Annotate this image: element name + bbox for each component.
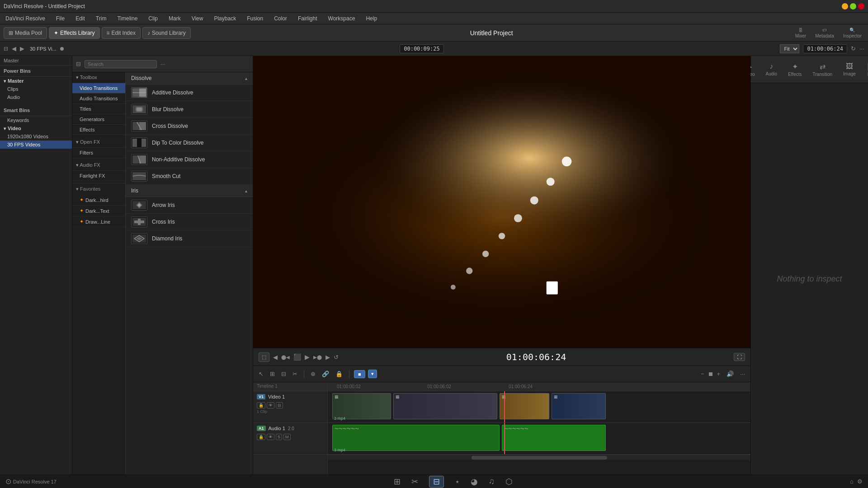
edit-btn[interactable]: ⊟ [429,476,444,488]
play-button[interactable]: ▶ [305,353,310,361]
zoom-out-button[interactable]: − [699,370,706,378]
color-track-button[interactable]: ■ [354,370,365,378]
menu-edit[interactable]: Edit [74,14,87,23]
window-controls[interactable] [842,3,864,9]
effect-cross-dissolve[interactable]: Cross Dissolve [126,118,253,135]
effects-more-button[interactable]: ··· [160,61,165,67]
media-btn[interactable]: ⊞ [394,476,401,488]
edit-index-button[interactable]: ≡ Edit Index [102,27,141,39]
audio-clip-1[interactable]: 〜〜〜〜〜〜 [332,425,500,451]
inspector-tab-inspector[interactable]: 🔍 Inspector [840,27,864,39]
color-btn[interactable]: ◕ [471,476,478,488]
more-button[interactable]: ··· [859,45,864,52]
toolbox-titles[interactable]: Titles [72,104,125,114]
fullscreen-button[interactable]: ⛶ [734,353,745,361]
effect-additive-dissolve[interactable]: Additive Dissolve [126,84,253,101]
track-collapse-v1[interactable]: ⊟ [276,402,283,408]
media-pool-button[interactable]: ⊞ Media Pool [4,27,47,39]
settings-status-btn[interactable]: ⚙ [857,478,863,485]
fav-item-1[interactable]: ✦ Dark...hird [72,195,125,206]
track-s-button[interactable]: S [276,434,282,440]
timeline-scroll-thumb[interactable] [472,456,607,460]
fit-select[interactable]: Fit [780,44,799,53]
audio-clip-2[interactable]: 〜〜〜〜〜〜 [502,425,606,451]
timeline-scrollbar[interactable] [328,455,750,460]
fps-30-tree-item[interactable]: 30 FPS Videos [0,141,72,149]
inspector-tab-mixer[interactable]: 🎛 Mixer [793,27,809,39]
inspector-tab-audio[interactable]: ♪ Audio [763,61,780,77]
video-clip-3[interactable]: ▦ [500,393,549,419]
toolbox-generators[interactable]: Generators [72,114,125,125]
transport-left-button[interactable]: ⬤◀ [281,355,290,360]
track-eye-button-v1[interactable]: 👁 [267,402,274,408]
video-clip-2[interactable]: ▦ [393,393,497,419]
toolbox-effects[interactable]: Effects [72,125,125,135]
effects-library-button[interactable]: ✦ Effects Library [49,27,99,39]
track-lock-button-v1[interactable]: 🔒 [257,402,265,408]
next-button[interactable]: ▶ [20,45,24,52]
video-clip-1[interactable]: ▦ [332,393,391,419]
menu-fairlight[interactable]: Fairlight [296,14,319,23]
menu-file[interactable]: File [54,14,66,23]
audio-playhead[interactable] [504,423,505,454]
blade-tool-button[interactable]: ✂ [291,370,299,378]
deliver-btn[interactable]: ⬡ [505,476,513,488]
effect-blur-dissolve[interactable]: Blur Dissolve [126,101,253,118]
dynamic-trim-button[interactable]: ⊟ [279,370,288,378]
track-lock-button-a1[interactable]: 🔒 [257,434,265,440]
home-status-btn[interactable]: ⌂ [850,478,854,485]
effects-panel-toggle[interactable]: ⊟ [76,61,81,67]
panel-toggle-button[interactable]: ⊟ [4,46,8,52]
next-frame-button[interactable]: ▶ [326,354,330,361]
res-1920-tree-item[interactable]: 868x488 Videos [0,132,72,141]
inspector-tab-file[interactable]: 📄 File [864,61,868,78]
inspector-tab-image[interactable]: 🖼 Image [840,61,859,77]
fusion-btn[interactable]: ⋆ [455,476,460,488]
track-m-button[interactable]: M [283,434,291,440]
menu-workspace[interactable]: Workspace [326,14,357,23]
timeline-content[interactable]: 01:00:00:02 01:00:06:02 01:00:06:24 ▦ [328,382,750,474]
snap-button[interactable]: ⊕ [309,370,317,378]
effect-diamond-iris[interactable]: Diamond Iris [126,230,253,247]
fav-item-2[interactable]: ✦ Dark...Text [72,206,125,216]
menu-trim[interactable]: Trim [94,14,108,23]
lock-button[interactable]: 🔒 [334,370,344,378]
menu-color[interactable]: Color [272,14,289,23]
menu-playback[interactable]: Playback [212,14,238,23]
transport-right-button[interactable]: ▶⬤ [313,355,322,360]
select-tool-button[interactable]: ↖ [257,370,265,378]
menu-help[interactable]: Help [364,14,379,23]
prev-button[interactable]: ◀ [12,45,16,52]
toolbox-fairlight-fx[interactable]: Fairlight FX [72,171,125,181]
effect-cross-iris[interactable]: Cross Iris [126,214,253,230]
toolbox-filters[interactable]: Filters [72,148,125,158]
sound-library-button[interactable]: ♪ Sound Library [142,27,191,39]
audio-btn[interactable]: 🔊 [725,370,736,378]
video-tree-item[interactable]: ▾ Video [0,124,72,132]
keywords-tree-item[interactable]: Keywords [0,116,72,124]
inspector-tab-effects[interactable]: ✦ Effects [785,61,804,78]
menu-davinci-resolve[interactable]: DaVinci Resolve [4,14,47,23]
dissolve-section-header[interactable]: Dissolve ▴ [126,72,253,84]
effect-smooth-cut[interactable]: Smooth Cut [126,168,253,185]
clips-tree-item[interactable]: Clips [0,85,72,93]
effects-search-input[interactable] [85,60,157,68]
menu-mark[interactable]: Mark [167,14,183,23]
minimize-button[interactable] [842,3,848,9]
timeline-more-button[interactable]: ··· [738,370,747,378]
menu-timeline[interactable]: Timeline [115,14,139,23]
inspector-tab-transition[interactable]: ⇄ Transition [810,61,835,78]
cut-btn[interactable]: ✂ [411,476,418,488]
effect-non-additive-dissolve[interactable]: Non-Additive Dissolve [126,151,253,168]
stop-button[interactable]: ⬛ [293,353,301,361]
toolbox-audio-transitions[interactable]: Audio Transitions [72,94,125,104]
track-eye-button-a1[interactable]: 👁 [267,434,274,440]
menu-clip[interactable]: Clip [146,14,160,23]
inspector-tab-metadata[interactable]: 🏷 Metadata [812,27,837,39]
video-clip-4[interactable]: ▦ [552,393,606,419]
fav-item-3[interactable]: ✦ Draw...Line [72,216,125,227]
color-select-button[interactable]: ▾ [368,370,377,378]
maximize-button[interactable] [850,3,856,9]
source-monitor-btn[interactable]: ⬚ [259,352,269,362]
toolbox-video-transitions[interactable]: Video Transitions [72,83,125,94]
